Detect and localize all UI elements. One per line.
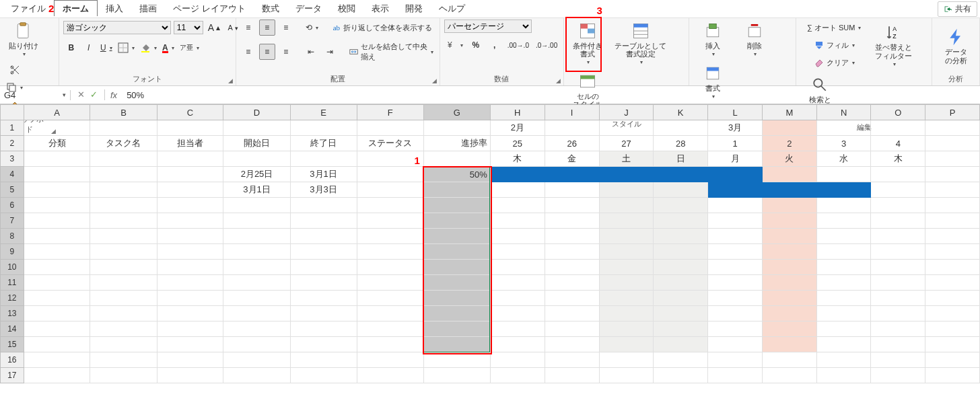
cell-P16[interactable] (925, 352, 980, 368)
row-header-5[interactable]: 5 (1, 182, 24, 198)
cell-H16[interactable] (490, 352, 545, 368)
cell-L12[interactable] (708, 291, 763, 306)
cell-G6[interactable] (423, 198, 490, 213)
cell-A17[interactable] (24, 368, 90, 383)
cell-C8[interactable] (157, 229, 223, 244)
cell-L10[interactable] (708, 260, 763, 275)
cell-O3[interactable]: 木 (871, 151, 925, 167)
cell-I3[interactable]: 金 (545, 151, 599, 167)
cell-N5[interactable] (816, 182, 871, 198)
align-top-button[interactable]: ≡ (240, 20, 256, 36)
cell-D10[interactable] (223, 260, 290, 275)
align-left-button[interactable]: ≡ (240, 44, 256, 60)
cell-D9[interactable] (223, 244, 290, 260)
cell-G7[interactable] (423, 213, 490, 229)
cell-G12[interactable] (423, 291, 490, 306)
accounting-format-button[interactable]: ¥ (444, 37, 465, 53)
cell-B2[interactable]: タスク名 (90, 136, 157, 151)
column-header-E[interactable]: E (290, 105, 357, 120)
cell-D2[interactable]: 開始日 (223, 136, 290, 151)
cell-N12[interactable] (816, 291, 871, 306)
cell-C15[interactable] (157, 337, 223, 352)
cell-I6[interactable] (545, 198, 599, 213)
cell-G14[interactable] (423, 321, 490, 337)
cell-H9[interactable] (490, 244, 545, 260)
cell-K5[interactable] (654, 182, 708, 198)
cell-O16[interactable] (871, 352, 925, 368)
name-box-dropdown-icon[interactable]: ▾ (63, 91, 66, 98)
cell-B14[interactable] (90, 321, 157, 337)
cell-H15[interactable] (490, 337, 545, 352)
cell-D14[interactable] (223, 321, 290, 337)
cell-H12[interactable] (490, 291, 545, 306)
cell-H6[interactable] (490, 198, 545, 213)
merge-center-button[interactable]: セルを結合して中央揃え (347, 40, 435, 64)
tab-ページ レイアウト[interactable]: ページ レイアウト (165, 1, 254, 16)
cell-F1[interactable] (357, 120, 423, 136)
tab-ファイル[interactable]: ファイル (3, 1, 54, 16)
cell-J1[interactable] (599, 120, 654, 136)
cell-M9[interactable] (762, 244, 816, 260)
spreadsheet[interactable]: ABCDEFGHIJKLMNOP12月3月2分類タスク名担当者開始日終了日ステー… (0, 104, 980, 383)
font-color-button[interactable]: A (160, 40, 176, 56)
cell-L15[interactable] (708, 337, 763, 352)
cell-A6[interactable] (24, 198, 90, 213)
row-header-17[interactable]: 17 (1, 368, 24, 383)
cell-P9[interactable] (925, 244, 980, 260)
cell-E8[interactable] (290, 229, 357, 244)
cell-O1[interactable] (871, 120, 925, 136)
cell-I12[interactable] (545, 291, 599, 306)
cell-L16[interactable] (708, 352, 763, 368)
cell-F7[interactable] (357, 213, 423, 229)
cell-M8[interactable] (762, 229, 816, 244)
cell-F14[interactable] (357, 321, 423, 337)
cell-N10[interactable] (816, 260, 871, 275)
cancel-formula-button[interactable]: ✕ (77, 89, 85, 100)
cell-N14[interactable] (816, 321, 871, 337)
cell-E12[interactable] (290, 291, 357, 306)
format-as-table-button[interactable]: テーブルとして 書式設定 (610, 20, 671, 67)
cell-C12[interactable] (157, 291, 223, 306)
cell-E4[interactable]: 3月1日 (290, 167, 357, 182)
cell-E3[interactable] (290, 151, 357, 167)
cell-P14[interactable] (925, 321, 980, 337)
column-header-N[interactable]: N (816, 105, 871, 120)
cell-B12[interactable] (90, 291, 157, 306)
cell-B15[interactable] (90, 337, 157, 352)
cell-E10[interactable] (290, 260, 357, 275)
cell-D6[interactable] (223, 198, 290, 213)
cell-H2[interactable]: 25 (490, 136, 545, 151)
cell-I13[interactable] (545, 306, 599, 321)
cell-G13[interactable] (423, 306, 490, 321)
cell-A14[interactable] (24, 321, 90, 337)
cell-L4[interactable] (708, 167, 763, 182)
cell-P12[interactable] (925, 291, 980, 306)
row-header-14[interactable]: 14 (1, 321, 24, 337)
cell-L13[interactable] (708, 306, 763, 321)
tab-ホーム[interactable]: ホーム (54, 0, 98, 16)
tab-ヘルプ[interactable]: ヘルプ (431, 1, 473, 16)
cell-J13[interactable] (599, 306, 654, 321)
cell-A8[interactable] (24, 229, 90, 244)
cell-G1[interactable] (423, 120, 490, 136)
row-header-2[interactable]: 2 (1, 136, 24, 151)
cell-N13[interactable] (816, 306, 871, 321)
cell-B1[interactable] (90, 120, 157, 136)
formula-value[interactable]: 50% (123, 90, 148, 100)
cut-button[interactable] (4, 62, 25, 78)
cell-I8[interactable] (545, 229, 599, 244)
cell-J7[interactable] (599, 213, 654, 229)
cell-B10[interactable] (90, 260, 157, 275)
fill-button[interactable]: フィル (800, 37, 868, 53)
cell-N3[interactable]: 水 (816, 151, 871, 167)
fx-label[interactable]: fx (105, 90, 123, 100)
cell-I7[interactable] (545, 213, 599, 229)
cell-B17[interactable] (90, 368, 157, 383)
cell-O13[interactable] (871, 306, 925, 321)
cell-E2[interactable]: 終了日 (290, 136, 357, 151)
cell-C13[interactable] (157, 306, 223, 321)
cell-D11[interactable] (223, 275, 290, 291)
cell-O17[interactable] (871, 368, 925, 383)
wrap-text-button[interactable]: ab 折り返して全体を表示する (331, 20, 434, 36)
cell-P17[interactable] (925, 368, 980, 383)
